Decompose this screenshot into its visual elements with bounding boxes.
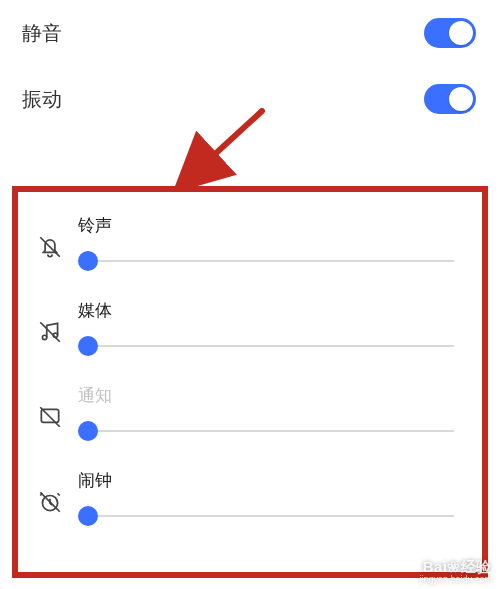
notification-slider-label: 通知 <box>78 384 454 407</box>
media-slider-row: 媒体 <box>24 285 472 370</box>
notification-off-icon <box>28 384 72 430</box>
vibrate-toggle-row: 振动 <box>0 66 500 132</box>
ringtone-slider-row: 铃声 <box>24 200 472 285</box>
svg-point-1 <box>42 335 46 339</box>
mute-toggle-row: 静音 <box>0 0 500 66</box>
toggle-knob <box>449 21 473 45</box>
slider-thumb[interactable] <box>78 506 98 526</box>
music-off-icon <box>28 299 72 345</box>
mute-toggle[interactable] <box>424 18 476 48</box>
ringtone-slider-label: 铃声 <box>78 214 454 237</box>
slider-track-line <box>78 345 454 347</box>
toggle-knob <box>449 87 473 111</box>
slider-track-line <box>78 430 454 432</box>
alarm-slider-label: 闹钟 <box>78 469 454 492</box>
bell-off-icon <box>28 214 72 260</box>
watermark-brand: Bai❀经验 <box>419 559 492 576</box>
notification-slider[interactable] <box>78 421 454 441</box>
notification-slider-row: 通知 <box>24 370 472 455</box>
mute-label: 静音 <box>22 20 62 47</box>
watermark-url: jingyan.baidu.com <box>419 575 492 585</box>
volume-sliders-section: 铃声 媒体 <box>18 192 482 540</box>
media-slider-label: 媒体 <box>78 299 454 322</box>
watermark: Bai❀经验 jingyan.baidu.com <box>419 559 492 585</box>
alarm-off-icon <box>28 469 72 515</box>
slider-thumb[interactable] <box>78 336 98 356</box>
alarm-slider-row: 闹钟 <box>24 455 472 540</box>
slider-thumb[interactable] <box>78 421 98 441</box>
slider-thumb[interactable] <box>78 251 98 271</box>
slider-track-line <box>78 515 454 517</box>
ringtone-slider[interactable] <box>78 251 454 271</box>
alarm-slider[interactable] <box>78 506 454 526</box>
slider-track-line <box>78 260 454 262</box>
vibrate-toggle[interactable] <box>424 84 476 114</box>
media-slider[interactable] <box>78 336 454 356</box>
vibrate-label: 振动 <box>22 86 62 113</box>
